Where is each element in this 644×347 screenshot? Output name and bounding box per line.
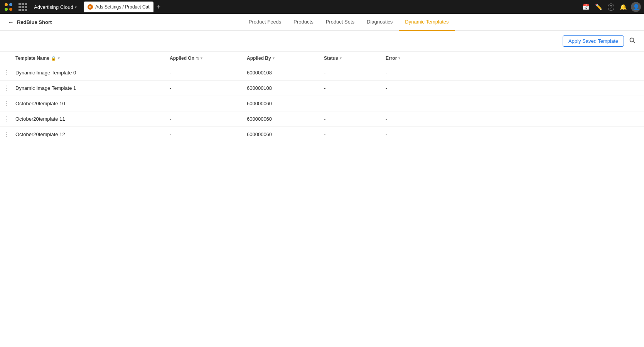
cell-error-3: - xyxy=(381,111,443,127)
cell-error-4: - xyxy=(381,127,443,142)
cell-applied-by-0: 600000108 xyxy=(242,65,319,81)
svg-point-4 xyxy=(630,38,634,42)
cell-applied-on-2: - xyxy=(165,96,242,111)
templates-table: Template Name 🔒 ▾ Applied On ⇅ ▾ Applied… xyxy=(0,52,644,142)
cell-applied-by-1: 600000108 xyxy=(242,81,319,96)
tab-product-sets[interactable]: Product Sets xyxy=(320,14,361,31)
col-header-label-applied-on: Applied On xyxy=(170,56,194,61)
table-body: ⋮ Dynamic Image Template 0 - 600000108 -… xyxy=(0,65,644,142)
breadcrumb: RedBlue Short xyxy=(17,19,52,25)
cell-applied-on-1: - xyxy=(165,81,242,96)
col-template-name-chevron[interactable]: ▾ xyxy=(58,56,60,60)
col-header-template-name: Template Name 🔒 ▾ xyxy=(11,52,165,65)
back-button[interactable]: ← xyxy=(6,17,15,27)
table-row: ⋮ Dynamic Image Template 0 - 600000108 -… xyxy=(0,65,644,81)
col-header-applied-by: Applied By ▾ xyxy=(242,52,319,65)
app-name-button[interactable]: Advertising Cloud ▾ xyxy=(32,3,79,12)
col-header-label-status: Status xyxy=(324,56,338,61)
cell-error-2: - xyxy=(381,96,443,111)
help-button[interactable]: ? xyxy=(606,2,616,12)
col-header-applied-on: Applied On ⇅ ▾ xyxy=(165,52,242,65)
cell-extra-4 xyxy=(443,127,644,142)
col-applied-on-chevron[interactable]: ▾ xyxy=(201,56,202,60)
table-header: Template Name 🔒 ▾ Applied On ⇅ ▾ Applied… xyxy=(0,52,644,65)
col-error-chevron[interactable]: ▾ xyxy=(398,56,400,60)
svg-point-3 xyxy=(9,8,12,11)
cell-extra-3 xyxy=(443,111,644,127)
app-name-chevron: ▾ xyxy=(75,5,77,9)
cell-applied-by-4: 600000060 xyxy=(242,127,319,142)
tab-diagnostics[interactable]: Diagnostics xyxy=(361,14,399,31)
col-header-status: Status ▾ xyxy=(319,52,381,65)
row-menu-0[interactable]: ⋮ xyxy=(0,65,11,81)
cell-status-2: - xyxy=(319,96,381,111)
top-bar: Advertising Cloud ▾ ⚙ Ads Settings / Pro… xyxy=(0,0,644,14)
lock-icon: 🔒 xyxy=(51,56,56,61)
col-header-error: Error ▾ xyxy=(381,52,443,65)
avatar-icon: 👤 xyxy=(633,4,639,10)
cell-applied-by-3: 600000060 xyxy=(242,111,319,127)
cell-extra-2 xyxy=(443,96,644,111)
row-menu-1[interactable]: ⋮ xyxy=(0,81,11,96)
col-applied-by-chevron[interactable]: ▾ xyxy=(273,56,275,60)
toolbar: Apply Saved Template xyxy=(0,31,644,52)
add-tab-button[interactable]: + xyxy=(154,2,163,12)
cell-status-4: - xyxy=(319,127,381,142)
cell-template-name-4: October20template 12 xyxy=(11,127,165,142)
cell-status-0: - xyxy=(319,65,381,81)
help-icon: ? xyxy=(608,3,614,11)
apply-saved-template-button[interactable]: Apply Saved Template xyxy=(563,35,624,47)
waffle-menu-button[interactable] xyxy=(17,1,29,13)
col-header-label-template-name: Template Name xyxy=(15,56,49,61)
cell-error-1: - xyxy=(381,81,443,96)
cell-error-0: - xyxy=(381,65,443,81)
edit-button[interactable]: ✏️ xyxy=(593,2,604,12)
col-header-label-applied-by: Applied By xyxy=(247,56,271,61)
bell-icon: 🔔 xyxy=(620,3,627,10)
cell-template-name-2: October20template 10 xyxy=(11,96,165,111)
main-nav-tabs: Product Feeds Products Product Sets Diag… xyxy=(59,14,638,31)
tab-dynamic-templates[interactable]: Dynamic Templates xyxy=(399,14,455,31)
cell-applied-by-2: 600000060 xyxy=(242,96,319,111)
edit-icon: ✏️ xyxy=(595,3,602,10)
cell-extra-1 xyxy=(443,81,644,96)
col-status-chevron[interactable]: ▾ xyxy=(340,56,342,60)
svg-point-1 xyxy=(9,3,12,6)
calendar-icon: 📅 xyxy=(582,3,590,10)
sort-applied-on-icon[interactable]: ⇅ xyxy=(196,56,199,61)
tab-product-feeds[interactable]: Product Feeds xyxy=(243,14,288,31)
row-menu-3[interactable]: ⋮ xyxy=(0,111,11,127)
tab-label: Ads Settings / Product Cat xyxy=(95,4,150,10)
cell-status-3: - xyxy=(319,111,381,127)
table-row: ⋮ October20template 12 - 600000060 - - xyxy=(0,127,644,142)
cell-applied-on-4: - xyxy=(165,127,242,142)
col-row-menu xyxy=(0,52,11,65)
table-row: ⋮ October20template 11 - 600000060 - - xyxy=(0,111,644,127)
back-icon: ← xyxy=(8,19,14,26)
notifications-button[interactable]: 🔔 xyxy=(618,2,629,12)
browser-tab-0[interactable]: ⚙ Ads Settings / Product Cat xyxy=(84,2,153,12)
table-row: ⋮ Dynamic Image Template 1 - 600000108 -… xyxy=(0,81,644,96)
calendar-button[interactable]: 📅 xyxy=(581,2,591,12)
app-name-label: Advertising Cloud xyxy=(34,4,73,10)
templates-table-wrapper: Template Name 🔒 ▾ Applied On ⇅ ▾ Applied… xyxy=(0,52,644,142)
sub-nav: ← RedBlue Short Product Feeds Products P… xyxy=(0,14,644,31)
row-menu-4[interactable]: ⋮ xyxy=(0,127,11,142)
cell-status-1: - xyxy=(319,81,381,96)
browser-tabs: ⚙ Ads Settings / Product Cat + xyxy=(84,2,578,12)
cell-template-name-3: October20template 11 xyxy=(11,111,165,127)
cell-extra-0 xyxy=(443,65,644,81)
table-row: ⋮ October20template 10 - 600000060 - - xyxy=(0,96,644,111)
svg-point-2 xyxy=(5,8,8,11)
search-button[interactable] xyxy=(627,36,638,47)
waffle-icon xyxy=(19,3,27,11)
avatar-button[interactable]: 👤 xyxy=(631,2,641,12)
col-header-label-error: Error xyxy=(386,56,397,61)
search-icon xyxy=(629,38,636,45)
tab-products[interactable]: Products xyxy=(287,14,319,31)
cell-applied-on-0: - xyxy=(165,65,242,81)
row-menu-2[interactable]: ⋮ xyxy=(0,96,11,111)
tab-icon: ⚙ xyxy=(88,4,93,10)
app-logo xyxy=(3,2,14,12)
col-header-empty xyxy=(443,52,644,65)
